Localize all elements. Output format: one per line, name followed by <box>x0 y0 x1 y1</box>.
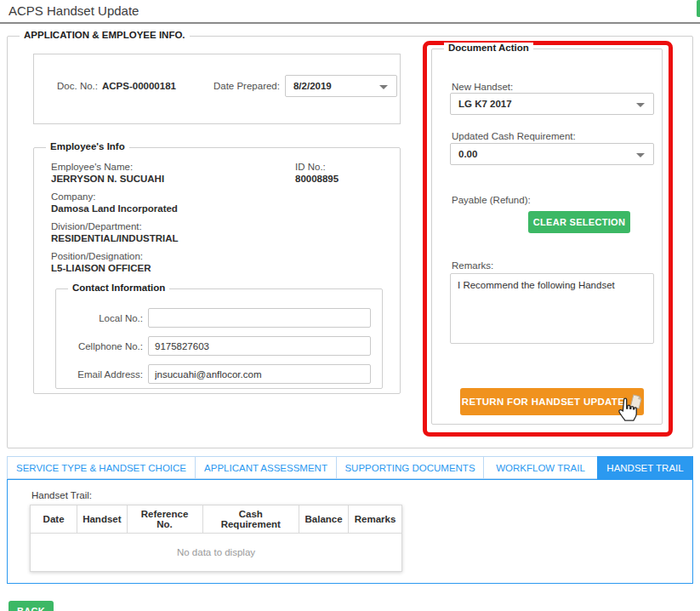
table-empty-row: No data to display <box>31 534 402 572</box>
handset-trail-label: Handset Trail: <box>31 490 92 500</box>
email-address-label: Email Address: <box>56 369 148 380</box>
doc-no-label: Doc. No.: <box>57 81 98 91</box>
employee-info-legend: Employee's Info <box>46 141 129 151</box>
page-title: ACPS Handset Update <box>9 3 139 18</box>
return-for-handset-update-button[interactable]: RETURN FOR HANDSET UPDATE <box>460 388 644 415</box>
handset-trail-table: Date Handset Reference No. Cash Requirem… <box>30 505 402 572</box>
remarks-textarea[interactable]: I Recommend the following Handset <box>450 273 654 344</box>
document-icon <box>629 394 643 410</box>
column-header-date: Date <box>31 505 77 534</box>
local-no-label: Local No.: <box>56 313 148 323</box>
document-header-box: Doc. No.: ACPS-00000181 Date Prepared: 8… <box>33 54 401 124</box>
no-data-message: No data to display <box>31 534 402 572</box>
position-field: Position/Designation: L5-LIAISON OFFICER <box>51 251 387 273</box>
updated-cash-label: Updated Cash Requirement: <box>452 131 576 141</box>
date-prepared-label: Date Prepared: <box>213 81 280 91</box>
id-no-field: ID No.: 80008895 <box>295 162 339 184</box>
tab-handset-trail[interactable]: HANDSET TRAIL <box>597 456 693 479</box>
column-header-handset: Handset <box>77 505 127 534</box>
column-header-reference-no: Reference No. <box>127 505 202 534</box>
tab-service-type-handset-choice[interactable]: SERVICE TYPE & HANDSET CHOICE <box>7 456 195 479</box>
payable-refund-label: Payable (Refund): <box>452 195 531 205</box>
chevron-down-icon <box>379 85 388 89</box>
updated-cash-value: 0.00 <box>458 149 477 159</box>
new-handset-value: LG K7 2017 <box>458 99 512 109</box>
local-no-input[interactable] <box>148 308 371 328</box>
division-value: RESIDENTIAL/INDUSTRIAL <box>51 233 387 243</box>
position-value: L5-LIAISON OFFICER <box>51 263 387 273</box>
new-handset-dropdown[interactable]: LG K7 2017 <box>450 93 654 115</box>
cellphone-no-input[interactable] <box>148 336 371 356</box>
detail-tabs: SERVICE TYPE & HANDSET CHOICE APPLICANT … <box>7 456 693 479</box>
cut-off-green-element <box>697 0 700 17</box>
company-label: Company: <box>51 191 387 202</box>
email-address-input[interactable] <box>148 364 371 384</box>
document-action-section: Document Action New Handset: LG K7 2017 … <box>431 49 663 425</box>
contact-information-section: Contact Information Local No.: Cellphone… <box>55 288 383 389</box>
date-prepared-dropdown[interactable]: 8/2/2019 <box>285 75 397 97</box>
division-label: Division/Department: <box>51 221 387 231</box>
return-button-label: RETURN FOR HANDSET UPDATE <box>462 397 624 407</box>
id-no-value: 80008895 <box>295 174 339 184</box>
tab-supporting-documents[interactable]: SUPPORTING DOCUMENTS <box>336 456 483 479</box>
new-handset-label: New Handset: <box>452 82 513 92</box>
employee-info-section: Employee's Info Employee's Name: JERRYSO… <box>33 147 401 394</box>
column-header-cash-requirement: Cash Requirement <box>202 505 299 534</box>
date-prepared-value: 8/2/2019 <box>293 81 332 91</box>
title-divider <box>0 22 700 24</box>
company-field: Company: Damosa Land Incorporated <box>51 191 387 214</box>
document-action-highlight: Document Action New Handset: LG K7 2017 … <box>423 41 673 437</box>
contact-information-legend: Contact Information <box>68 283 169 293</box>
doc-no-value: ACPS-00000181 <box>102 81 176 91</box>
back-button[interactable]: BACK <box>9 601 54 611</box>
application-employee-info-legend: APPLICATION & EMPLOYEE INFO. <box>20 30 190 40</box>
clear-selection-button[interactable]: CLEAR SELECTION <box>528 211 630 233</box>
id-no-label: ID No.: <box>295 162 339 172</box>
cellphone-no-label: Cellphone No.: <box>56 341 148 351</box>
company-value: Damosa Land Incorporated <box>51 203 387 214</box>
table-header-row: Date Handset Reference No. Cash Requirem… <box>31 505 402 534</box>
remarks-label: Remarks: <box>452 260 493 271</box>
updated-cash-dropdown[interactable]: 0.00 <box>450 143 654 165</box>
column-header-balance: Balance <box>299 505 349 534</box>
acps-handset-update-page: ACPS Handset Update APPLICATION & EMPLOY… <box>0 0 700 611</box>
division-field: Division/Department: RESIDENTIAL/INDUSTR… <box>51 221 387 243</box>
position-label: Position/Designation: <box>51 251 387 261</box>
column-header-remarks: Remarks <box>349 505 402 534</box>
chevron-down-icon <box>636 153 645 157</box>
tab-applicant-assessment[interactable]: APPLICANT ASSESSMENT <box>195 456 336 479</box>
handset-trail-panel: Handset Trail: Date Handset Reference No… <box>7 479 693 584</box>
chevron-down-icon <box>636 103 645 107</box>
tab-workflow-trail[interactable]: WORKFLOW TRAIL <box>483 456 597 479</box>
